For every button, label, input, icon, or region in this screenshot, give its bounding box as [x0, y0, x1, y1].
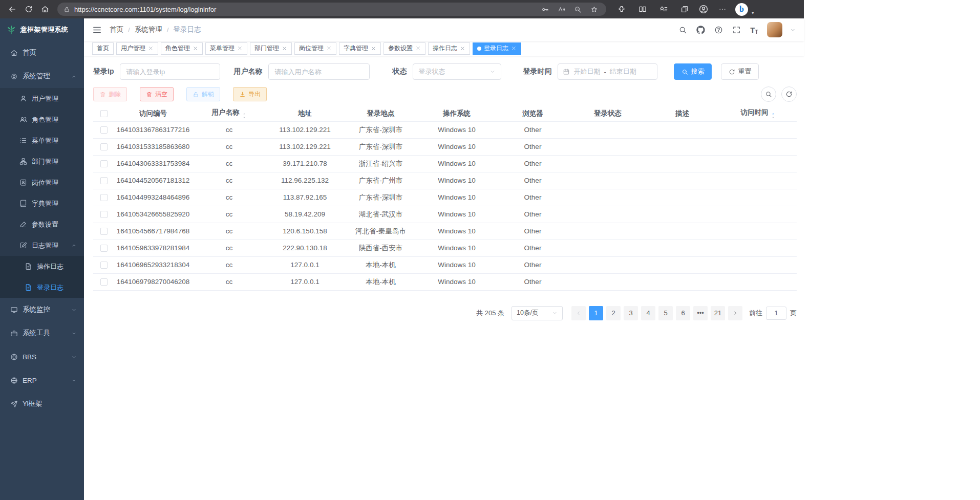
sidebar-item-log-mgmt[interactable]: 日志管理 — [0, 235, 84, 256]
tab-post-mgmt[interactable]: 岗位管理 — [294, 42, 336, 55]
close-icon[interactable] — [511, 46, 517, 51]
reset-button[interactable]: 重置 — [721, 63, 759, 80]
table-row[interactable]: 1641031533185863680 cc 113.102.129.221 广… — [93, 138, 797, 155]
search-button[interactable]: 搜索 — [674, 63, 712, 80]
tab-operation-log[interactable]: 操作日志 — [428, 42, 470, 55]
collections-icon[interactable] — [676, 2, 693, 16]
close-icon[interactable] — [326, 46, 332, 51]
table-row[interactable]: 1641054566717984768 cc 120.6.150.158 河北省… — [93, 223, 797, 240]
site-info-lock-icon[interactable] — [63, 6, 70, 13]
close-icon[interactable] — [237, 46, 243, 51]
search-icon[interactable] — [677, 25, 688, 35]
extensions-icon[interactable] — [613, 2, 630, 16]
sort-icon[interactable] — [242, 113, 247, 119]
sidebar-item-param-settings[interactable]: 参数设置 — [0, 214, 84, 235]
column-visit-time[interactable]: 访问时间 — [719, 106, 797, 121]
browser-back-button[interactable] — [4, 2, 20, 16]
sidebar-item-system-monitor[interactable]: 系统监控 — [0, 298, 84, 321]
tab-dict-mgmt[interactable]: 字典管理 — [339, 42, 381, 55]
page-size-select[interactable]: 10条/页 — [512, 306, 563, 320]
username-input[interactable] — [268, 63, 370, 80]
sidebar-item-erp[interactable]: ERP — [0, 368, 84, 392]
row-checkbox[interactable] — [100, 278, 108, 286]
tab-home[interactable]: 首页 — [92, 42, 114, 55]
export-button[interactable]: 导出 — [233, 87, 267, 101]
fullscreen-icon[interactable] — [731, 25, 741, 35]
next-page-button[interactable] — [728, 306, 742, 320]
favorites-bar-icon[interactable] — [655, 2, 672, 16]
browser-menu-dots-icon[interactable] — [714, 2, 731, 16]
font-size-icon[interactable]: TT — [749, 25, 759, 35]
bing-copilot-icon[interactable]: b — [735, 3, 748, 16]
prev-page-button[interactable] — [571, 306, 586, 320]
browser-home-button[interactable] — [37, 2, 53, 16]
toggle-search-button[interactable] — [761, 86, 776, 102]
close-icon[interactable] — [193, 46, 198, 51]
sidebar-item-role-mgmt[interactable]: 角色管理 — [0, 109, 84, 130]
table-row[interactable]: 1641031367863177216 cc 113.102.129.221 广… — [93, 121, 797, 138]
table-row[interactable]: 1641043063331753984 cc 39.171.210.78 浙江省… — [93, 155, 797, 172]
status-select[interactable]: 登录状态 — [413, 63, 501, 80]
tab-role-mgmt[interactable]: 角色管理 — [161, 42, 203, 55]
row-checkbox[interactable] — [100, 177, 108, 184]
zoom-out-icon[interactable] — [571, 4, 584, 15]
browser-refresh-button[interactable] — [20, 2, 37, 16]
row-checkbox[interactable] — [100, 160, 108, 167]
sidebar-item-bbs[interactable]: BBS — [0, 345, 84, 368]
sidebar-item-user-mgmt[interactable]: 用户管理 — [0, 88, 84, 109]
address-bar[interactable]: https://ccnetcore.com:1101/system/log/lo… — [57, 3, 606, 16]
sidebar-item-system-tools[interactable]: 系统工具 — [0, 321, 84, 345]
close-icon[interactable] — [148, 46, 154, 51]
row-checkbox[interactable] — [100, 194, 108, 201]
tab-param-settings[interactable]: 参数设置 — [384, 42, 425, 55]
page-button-4[interactable]: 4 — [641, 306, 655, 320]
sidebar-item-home[interactable]: 首页 — [0, 41, 84, 64]
sidebar-item-login-log[interactable]: 登录日志 — [0, 277, 84, 298]
page-button-1[interactable]: 1 — [589, 306, 603, 320]
tab-menu-mgmt[interactable]: 菜单管理 — [205, 42, 247, 55]
close-icon[interactable] — [460, 46, 465, 51]
sidebar-item-yi-framework[interactable]: Yi框架 — [0, 392, 84, 416]
tab-user-mgmt[interactable]: 用户管理 — [116, 42, 158, 55]
page-button-5[interactable]: 5 — [658, 306, 673, 320]
row-checkbox[interactable] — [100, 143, 108, 150]
row-checkbox[interactable] — [100, 211, 108, 218]
github-icon[interactable] — [695, 25, 706, 35]
table-row[interactable]: 1641069652933218304 cc 127.0.0.1 本地-本机 W… — [93, 256, 797, 273]
row-checkbox[interactable] — [100, 262, 108, 269]
breadcrumb-home[interactable]: 首页 — [110, 25, 123, 34]
app-logo[interactable]: 意框架管理系统 — [0, 18, 84, 41]
page-button-6[interactable]: 6 — [676, 306, 690, 320]
avatar[interactable] — [767, 22, 782, 37]
favorite-star-icon[interactable] — [588, 4, 600, 15]
table-row[interactable]: 1641053426655825920 cc 58.19.42.209 湖北省-… — [93, 206, 797, 223]
close-icon[interactable] — [282, 46, 287, 51]
sidebar-item-menu-mgmt[interactable]: 菜单管理 — [0, 130, 84, 151]
tab-dept-mgmt[interactable]: 部门管理 — [250, 42, 292, 55]
chevron-down-icon[interactable] — [790, 27, 796, 33]
row-checkbox[interactable] — [100, 126, 108, 134]
table-row[interactable]: 1641044520567181312 cc 112.96.225.132 广东… — [93, 172, 797, 189]
sort-icon[interactable] — [771, 113, 776, 119]
password-key-icon[interactable] — [539, 4, 551, 15]
close-icon[interactable] — [415, 46, 421, 51]
row-checkbox[interactable] — [100, 245, 108, 252]
table-row[interactable]: 1641069798270046208 cc 127.0.0.1 本地-本机 W… — [93, 273, 797, 290]
sidebar-item-dept-mgmt[interactable]: 部门管理 — [0, 151, 84, 172]
column-username[interactable]: 用户名称 — [191, 106, 267, 121]
tab-login-log[interactable]: 登录日志 — [473, 42, 521, 55]
date-range-picker[interactable]: 开始日期 - 结束日期 — [558, 63, 657, 80]
page-button-3[interactable]: 3 — [624, 306, 638, 320]
clear-button[interactable]: 清空 — [140, 87, 174, 101]
close-icon[interactable] — [371, 46, 376, 51]
sidebar-fold-icon[interactable] — [92, 25, 102, 35]
select-all-checkbox[interactable] — [100, 110, 108, 117]
more-pages-button[interactable]: ••• — [693, 306, 708, 320]
login-ip-input[interactable] — [120, 63, 220, 80]
sidebar-item-operation-log[interactable]: 操作日志 — [0, 256, 84, 277]
unlock-button[interactable]: 解锁 — [186, 87, 220, 101]
page-button-2[interactable]: 2 — [606, 306, 621, 320]
table-row[interactable]: 1641059633978281984 cc 222.90.130.18 陕西省… — [93, 240, 797, 256]
sidebar-item-dict-mgmt[interactable]: 字典管理 — [0, 193, 84, 214]
read-aloud-icon[interactable] — [555, 4, 567, 15]
